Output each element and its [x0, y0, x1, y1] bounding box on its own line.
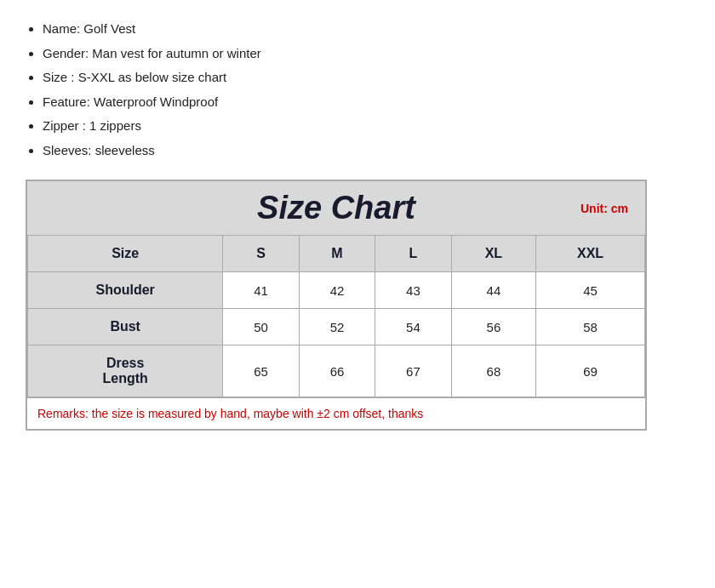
remarks-row: Remarks: the size is measured by hand, m…: [27, 397, 645, 429]
table-cell: 67: [375, 345, 451, 397]
table-cell: 42: [299, 272, 375, 309]
size-chart-container: Size Chart Unit: cm SizeSMLXLXXL Shoulde…: [26, 180, 647, 431]
table-cell: 43: [375, 272, 451, 309]
table-cell: 44: [451, 272, 535, 309]
unit-label: Unit: cm: [581, 202, 628, 215]
product-info-item: Sleeves: sleeveless: [43, 139, 689, 163]
row-header: Dress Length: [28, 345, 223, 397]
row-header: Bust: [28, 309, 223, 345]
table-cell: 41: [223, 272, 299, 309]
table-cell: 66: [299, 345, 375, 397]
table-cell: 65: [223, 345, 299, 397]
product-info-item: Size : S-XXL as below size chart: [43, 66, 689, 90]
table-cell: 54: [375, 309, 451, 345]
table-cell: 56: [451, 309, 535, 345]
product-info: Name: Golf VestGender: Man vest for autu…: [26, 17, 689, 163]
product-info-item: Name: Golf Vest: [43, 17, 689, 42]
row-header: Shoulder: [28, 272, 223, 309]
product-info-item: Gender: Man vest for autumn or winter: [43, 42, 689, 66]
table-cell: 50: [223, 309, 299, 345]
product-info-list: Name: Golf VestGender: Man vest for autu…: [26, 17, 689, 163]
table-header-row: SizeSMLXLXXL: [28, 236, 645, 272]
product-info-item: Feature: Waterproof Windproof: [43, 90, 689, 115]
table-cell: 45: [536, 272, 645, 309]
size-table: SizeSMLXLXXL Shoulder4142434445Bust50525…: [27, 235, 645, 397]
table-col-header: XXL: [536, 236, 645, 272]
table-col-header: S: [223, 236, 299, 272]
table-row: Bust5052545658: [28, 309, 645, 345]
table-body: Shoulder4142434445Bust5052545658Dress Le…: [28, 272, 645, 397]
table-col-header: XL: [451, 236, 535, 272]
table-col-header: Size: [28, 236, 223, 272]
table-row: Shoulder4142434445: [28, 272, 645, 309]
size-chart-title: Size Chart: [257, 190, 415, 226]
table-cell: 69: [536, 345, 645, 397]
table-col-header: L: [375, 236, 451, 272]
table-cell: 68: [451, 345, 535, 397]
size-chart-title-row: Size Chart Unit: cm: [27, 181, 645, 235]
table-col-header: M: [299, 236, 375, 272]
table-cell: 52: [299, 309, 375, 345]
table-cell: 58: [536, 309, 645, 345]
table-row: Dress Length6566676869: [28, 345, 645, 397]
product-info-item: Zipper : 1 zippers: [43, 114, 689, 139]
